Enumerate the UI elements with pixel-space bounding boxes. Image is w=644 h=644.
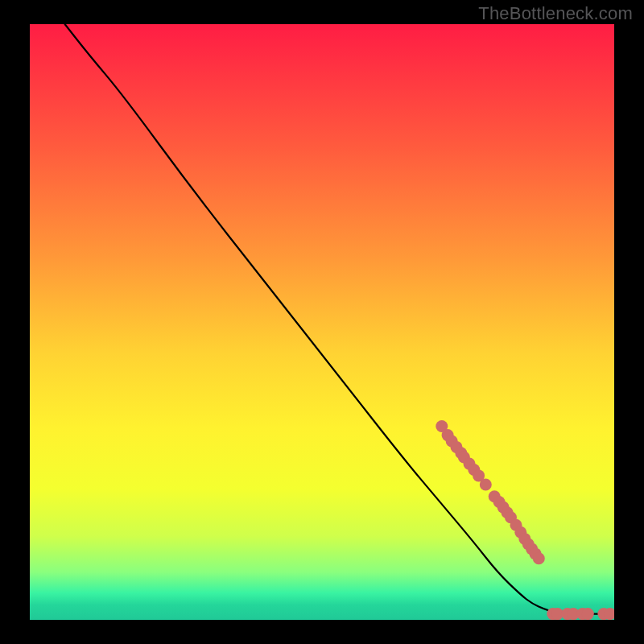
data-marker [533, 552, 545, 564]
data-marker [582, 608, 594, 620]
bottleneck-curve [65, 24, 614, 614]
data-marker [480, 479, 492, 491]
marker-group [436, 420, 614, 620]
watermark-text: TheBottleneck.com [478, 3, 633, 24]
chart-svg [30, 24, 614, 620]
plot-area [30, 24, 614, 620]
chart-frame: TheBottleneck.com [0, 0, 644, 644]
